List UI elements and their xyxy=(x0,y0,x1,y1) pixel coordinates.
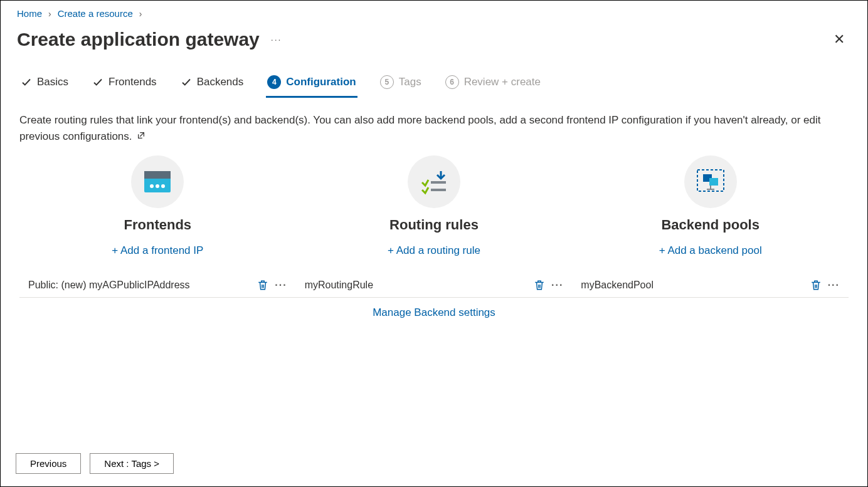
manage-backend-settings-link[interactable]: Manage Backend settings xyxy=(373,306,495,318)
ellipsis-icon[interactable]: ··· xyxy=(271,34,282,45)
step-number-badge: 5 xyxy=(380,75,394,89)
column-routing-rules: Routing rules + Add a routing rule myRou… xyxy=(296,155,573,319)
column-title: Frontends xyxy=(124,217,192,233)
tab-frontends[interactable]: Frontends xyxy=(91,71,158,97)
chevron-right-icon: › xyxy=(48,9,51,19)
add-backend-pool-link[interactable]: + Add a backend pool xyxy=(659,244,762,257)
tab-label: Review + create xyxy=(464,76,541,88)
svg-point-2 xyxy=(150,184,154,188)
add-routing-rule-link[interactable]: + Add a routing rule xyxy=(388,244,480,257)
step-number-badge: 6 xyxy=(445,75,459,89)
column-backend-pools: Backend pools + Add a backend pool myBac… xyxy=(572,155,849,319)
add-frontend-ip-link[interactable]: + Add a frontend IP xyxy=(112,244,203,257)
tab-label: Tags xyxy=(399,76,421,88)
tab-configuration[interactable]: 4 Configuration xyxy=(266,70,357,98)
svg-rect-1 xyxy=(144,171,171,179)
svg-point-3 xyxy=(156,184,159,188)
configuration-columns: Frontends + Add a frontend IP Public: (n… xyxy=(1,152,867,319)
external-link-icon[interactable] xyxy=(135,131,146,140)
step-number-badge: 4 xyxy=(267,75,281,89)
svg-point-4 xyxy=(161,184,165,188)
routing-rules-icon xyxy=(408,155,460,208)
next-button[interactable]: Next : Tags > xyxy=(90,453,174,474)
column-title: Routing rules xyxy=(389,217,479,233)
tab-label: Backends xyxy=(197,76,244,88)
tab-tags[interactable]: 5 Tags xyxy=(379,70,423,98)
tab-review-create[interactable]: 6 Review + create xyxy=(444,70,542,98)
delete-icon[interactable] xyxy=(534,280,545,291)
more-icon[interactable]: ··· xyxy=(828,280,840,291)
check-icon xyxy=(21,76,32,88)
backend-pool-item-row[interactable]: myBackendPool ··· xyxy=(572,273,849,298)
check-icon xyxy=(92,76,103,88)
tab-label: Basics xyxy=(37,76,68,88)
wizard-tabs: Basics Frontends Backends 4 Configuratio… xyxy=(1,70,867,98)
check-icon xyxy=(181,76,192,88)
chevron-right-icon: › xyxy=(139,9,142,19)
more-icon[interactable]: ··· xyxy=(551,280,563,291)
svg-rect-10 xyxy=(709,178,718,186)
tab-label: Frontends xyxy=(109,76,157,88)
tab-basics[interactable]: Basics xyxy=(19,71,70,97)
backend-pools-icon xyxy=(684,155,737,208)
tab-backends[interactable]: Backends xyxy=(179,71,245,97)
breadcrumb: Home › Create a resource › xyxy=(1,1,867,23)
close-icon[interactable]: ✕ xyxy=(827,28,851,51)
routing-rule-item-label: myRoutingRule xyxy=(305,280,373,291)
tab-label: Configuration xyxy=(286,76,356,88)
page-header: Create application gateway ··· ✕ xyxy=(1,23,867,70)
routing-rule-item-row[interactable]: myRoutingRule ··· xyxy=(296,273,573,298)
previous-button[interactable]: Previous xyxy=(16,453,81,474)
column-title: Backend pools xyxy=(661,217,759,233)
frontend-item-label: Public: (new) myAGPublicIPAddress xyxy=(28,280,190,291)
column-frontends: Frontends + Add a frontend IP Public: (n… xyxy=(19,155,296,319)
frontend-item-row[interactable]: Public: (new) myAGPublicIPAddress ··· xyxy=(19,273,296,298)
frontends-icon xyxy=(131,155,184,208)
delete-icon[interactable] xyxy=(810,280,822,291)
more-icon[interactable]: ··· xyxy=(275,280,287,291)
page-title: Create application gateway xyxy=(17,29,260,50)
backend-pool-item-label: myBackendPool xyxy=(581,280,654,291)
breadcrumb-home[interactable]: Home xyxy=(17,8,42,19)
delete-icon[interactable] xyxy=(257,280,268,291)
breadcrumb-create-resource[interactable]: Create a resource xyxy=(58,8,133,19)
description-text: Create routing rules that link your fron… xyxy=(1,98,867,152)
wizard-footer: Previous Next : Tags > xyxy=(1,441,867,486)
